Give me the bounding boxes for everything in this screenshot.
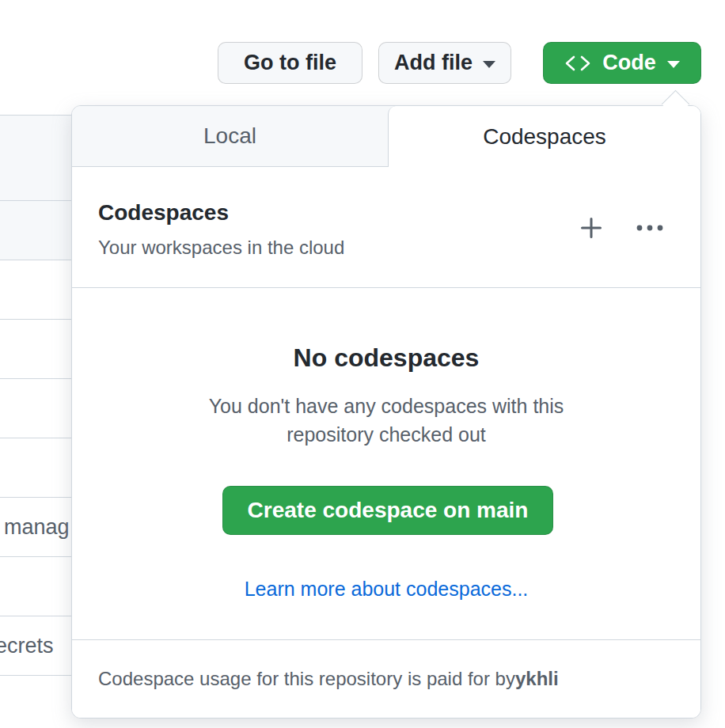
code-dropdown-tabs: Local Codespaces bbox=[72, 106, 700, 167]
tab-local-label: Local bbox=[203, 123, 256, 149]
table-row bbox=[0, 319, 72, 378]
table-row-label: manag bbox=[0, 515, 70, 540]
learn-more-link[interactable]: Learn more about codespaces... bbox=[72, 578, 700, 601]
table-row: manag bbox=[0, 497, 72, 556]
footer-owner-name: ykhli bbox=[515, 668, 559, 690]
table-row bbox=[0, 378, 72, 438]
table-row bbox=[0, 438, 72, 497]
code-label: Code bbox=[602, 51, 656, 75]
code-button[interactable]: Code bbox=[543, 42, 701, 84]
go-to-file-label: Go to file bbox=[244, 51, 336, 75]
codespaces-footer: Codespace usage for this repository is p… bbox=[72, 639, 700, 718]
code-chevrons-icon bbox=[564, 55, 591, 72]
tab-local[interactable]: Local bbox=[72, 106, 388, 166]
table-row bbox=[0, 675, 72, 728]
table-row bbox=[0, 200, 72, 260]
codespaces-empty-state: No codespaces You don't have any codespa… bbox=[72, 288, 700, 639]
tab-codespaces[interactable]: Codespaces bbox=[388, 106, 700, 167]
table-row-label: ecrets bbox=[0, 634, 54, 658]
new-codespace-button[interactable] bbox=[574, 210, 609, 245]
triangle-down-icon bbox=[483, 61, 495, 68]
empty-state-title: No codespaces bbox=[72, 343, 700, 373]
codespaces-header: Codespaces Your workspaces in the cloud bbox=[72, 167, 700, 288]
table-row bbox=[0, 115, 72, 200]
footer-text: Codespace usage for this repository is p… bbox=[98, 668, 515, 690]
table-row bbox=[0, 556, 72, 616]
create-codespace-button[interactable]: Create codespace on main bbox=[222, 486, 553, 535]
add-file-label: Add file bbox=[394, 51, 473, 75]
plus-icon bbox=[579, 215, 604, 241]
background-file-table: manag ecrets bbox=[0, 115, 72, 728]
go-to-file-button[interactable]: Go to file bbox=[218, 42, 362, 84]
codespaces-more-options-button[interactable] bbox=[632, 210, 667, 245]
code-dropdown-panel: Local Codespaces Codespaces Your workspa… bbox=[71, 105, 701, 719]
tab-codespaces-label: Codespaces bbox=[483, 124, 606, 150]
add-file-button[interactable]: Add file bbox=[378, 42, 511, 84]
create-codespace-label: Create codespace on main bbox=[248, 498, 529, 523]
empty-state-description: You don't have any codespaces with this … bbox=[189, 392, 583, 449]
kebab-horizontal-icon bbox=[636, 225, 663, 231]
codespaces-title: Codespaces bbox=[98, 200, 229, 226]
codespaces-subtitle: Your workspaces in the cloud bbox=[98, 237, 344, 259]
triangle-down-icon bbox=[667, 61, 680, 68]
table-row: ecrets bbox=[0, 616, 72, 675]
table-row bbox=[0, 260, 72, 319]
